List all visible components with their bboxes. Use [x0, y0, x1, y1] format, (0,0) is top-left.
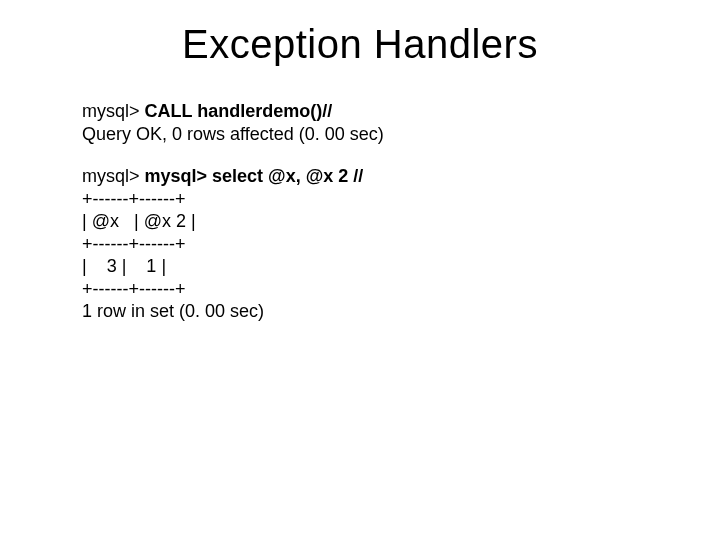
- table-border: +------+------+: [82, 188, 660, 211]
- slide-body: mysql> CALL handlerdemo()// Query OK, 0 …: [82, 100, 660, 343]
- block-call: mysql> CALL handlerdemo()// Query OK, 0 …: [82, 100, 660, 145]
- result-summary: 1 row in set (0. 00 sec): [82, 300, 660, 323]
- prompt: mysql>: [82, 101, 145, 121]
- table-border: +------+------+: [82, 233, 660, 256]
- prompt: mysql>: [82, 166, 145, 186]
- select-command: mysql> select @x, @x 2 //: [145, 166, 364, 186]
- slide: Exception Handlers mysql> CALL handlerde…: [0, 0, 720, 540]
- table-header: | @x | @x 2 |: [82, 210, 660, 233]
- select-line: mysql> mysql> select @x, @x 2 //: [82, 165, 660, 188]
- call-line: mysql> CALL handlerdemo()//: [82, 100, 660, 123]
- slide-title: Exception Handlers: [0, 22, 720, 67]
- block-select: mysql> mysql> select @x, @x 2 // +------…: [82, 165, 660, 323]
- table-row: | 3 | 1 |: [82, 255, 660, 278]
- query-ok-line: Query OK, 0 rows affected (0. 00 sec): [82, 123, 660, 146]
- call-command: CALL handlerdemo()//: [145, 101, 333, 121]
- table-border: +------+------+: [82, 278, 660, 301]
